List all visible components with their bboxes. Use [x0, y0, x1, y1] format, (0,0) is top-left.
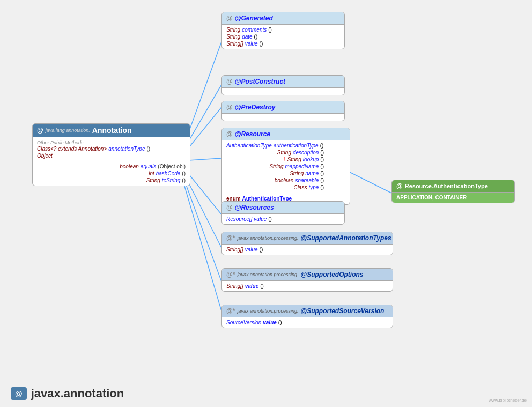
auth-type-values: APPLICATION, CONTAINER	[396, 195, 510, 201]
javax-annotation-label: @ javax.annotation	[11, 387, 124, 401]
method-line: Class<? extends Annotation> annotationTy…	[37, 145, 186, 152]
package-name: java.lang.annotation.	[46, 128, 90, 133]
supported-options-box: @* javax.annotation.processing. @Support…	[221, 268, 393, 292]
supported-annotation-header: @* javax.annotation.processing. @Support…	[222, 232, 393, 245]
type-kw: Class<? extends Annotation>	[37, 146, 107, 152]
method-tostring: String toString ()	[37, 177, 186, 184]
auth-type-box: @ Resource.AuthenticationType APPLICATIO…	[391, 180, 515, 203]
generated-classname: @Generated	[235, 14, 273, 22]
annotation-box-body: Other Public Methods Class<? extends Ann…	[33, 137, 190, 186]
supported-source-header: @* javax.annotation.processing. @Support…	[222, 305, 393, 317]
supported-source-box: @* javax.annotation.processing. @Support…	[221, 305, 393, 328]
method-line2: Object	[37, 152, 186, 159]
javax-annotation-text: javax.annotation	[31, 387, 124, 401]
class-name: Annotation	[92, 126, 132, 135]
resource-box: @ @Resource AuthenticationType authentic…	[221, 128, 350, 205]
supported-options-header: @* javax.annotation.processing. @Support…	[222, 269, 393, 281]
method-hashcode: int hashCode ()	[37, 170, 186, 177]
at-big: @	[11, 387, 27, 400]
watermark: www.bibliothecer.de	[489, 398, 527, 403]
svg-line-7	[180, 172, 221, 311]
auth-type-name: Resource.AuthenticationType	[405, 183, 488, 189]
method-equals: boolean equals (Object obj)	[37, 163, 186, 170]
supported-annotation-box: @* javax.annotation.processing. @Support…	[221, 232, 393, 255]
type-kw2: Object	[37, 153, 53, 159]
resources-box: @ @Resources Resource[] value ()	[221, 201, 345, 225]
method-name: annotationType	[108, 146, 145, 152]
resources-header: @ @Resources	[222, 202, 344, 214]
postconstruct-box: @ @PostConstruct	[221, 75, 345, 95]
annotation-box: @ java.lang.annotation. Annotation Other…	[32, 123, 190, 186]
diagram-container: @ java.lang.annotation. Annotation Other…	[0, 0, 532, 407]
section-label: Other Public Methods	[37, 140, 186, 145]
svg-line-8	[346, 171, 391, 193]
param: ()	[146, 146, 150, 152]
at-symbol: @	[37, 127, 43, 134]
resource-header: @ @Resource	[222, 128, 350, 140]
predestroy-box: @ @PreDestroy	[221, 101, 345, 121]
postconstruct-header: @ @PostConstruct	[222, 76, 344, 88]
divider	[37, 161, 186, 161]
auth-type-header: @ Resource.AuthenticationType	[392, 180, 514, 193]
annotation-box-header: @ java.lang.annotation. Annotation	[33, 124, 190, 137]
generated-box: @ @Generated String comments () String d…	[221, 12, 345, 49]
predestroy-header: @ @PreDestroy	[222, 101, 344, 114]
generated-header: @ @Generated	[222, 12, 344, 25]
